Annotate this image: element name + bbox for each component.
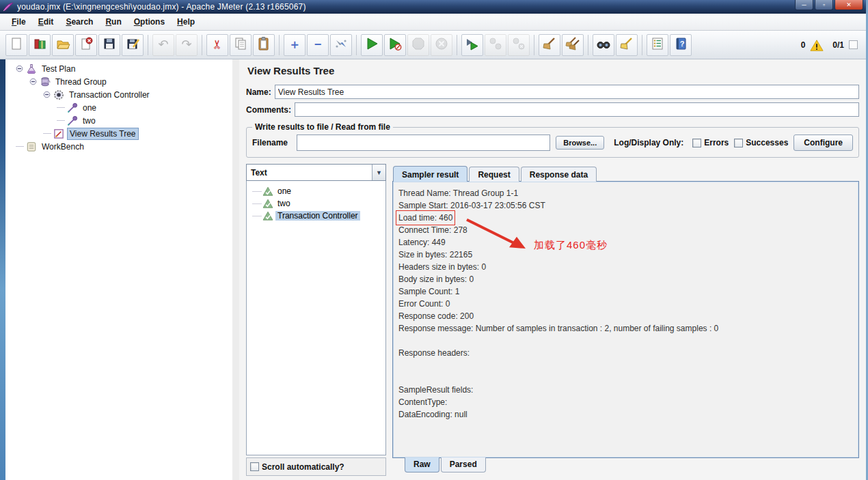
tree-node-sampler-one[interactable]: one	[5, 101, 232, 114]
expand-collapse-handle[interactable]	[27, 78, 39, 85]
remote-shutdown-all-button	[508, 34, 530, 56]
successes-checkbox[interactable]	[734, 139, 743, 147]
close-file-icon	[79, 36, 94, 54]
tree-node-workbench[interactable]: WorkBench	[5, 140, 232, 153]
tree-connector	[55, 120, 66, 121]
search-button[interactable]	[593, 34, 614, 56]
cut-button[interactable]: ✂	[206, 34, 228, 56]
undo-icon: ↶	[158, 38, 168, 51]
cut-icon: ✂	[212, 38, 222, 51]
copy-button[interactable]	[230, 34, 252, 56]
toolbar-separator	[356, 35, 357, 55]
start-button[interactable]	[361, 34, 383, 56]
errors-checkbox[interactable]	[692, 139, 701, 147]
bottom-tab-parsed[interactable]: Parsed	[441, 457, 486, 472]
collapse-all-icon: −	[314, 38, 322, 51]
sampler-result-line: SampleResult fields:	[398, 384, 858, 396]
tab-sampler-result[interactable]: Sampler result	[393, 166, 467, 182]
configure-button[interactable]: Configure	[794, 135, 853, 151]
jmeter-feather-icon	[3, 2, 14, 12]
jmeter-window: youdao.jmx (E:\xingnengceshi\youdao.jmx)…	[0, 0, 868, 480]
chevron-down-icon: ▼	[372, 165, 385, 180]
comments-input[interactable]	[295, 102, 859, 117]
errors-label: Errors	[704, 138, 729, 147]
close-button[interactable]: ✕	[835, 0, 863, 10]
menu-item-options[interactable]: Options	[128, 15, 171, 29]
tab-response-data[interactable]: Response data	[521, 167, 597, 182]
tree-node-test-plan[interactable]: Test Plan	[5, 62, 232, 75]
tree-node-label: Test Plan	[40, 63, 77, 74]
remote-stop-all-button	[485, 34, 506, 56]
templates-button[interactable]	[29, 34, 51, 56]
paste-button[interactable]	[253, 34, 275, 56]
bottom-tab-raw[interactable]: Raw	[405, 457, 439, 472]
save-as-button[interactable]	[122, 34, 144, 56]
page-title: View Results Tree	[247, 65, 859, 76]
panel-splitter[interactable]	[232, 59, 239, 480]
sampler-result-line: Connect Time: 278	[398, 224, 858, 236]
filename-input[interactable]	[297, 135, 550, 151]
redo-button: ↷	[176, 34, 198, 56]
expand-all-button[interactable]: ＋	[284, 34, 306, 56]
menu-item-file[interactable]: File	[5, 15, 32, 29]
window-left-border	[0, 59, 5, 480]
sampler-result-line	[398, 371, 858, 384]
clear-all-button[interactable]	[562, 34, 584, 56]
menu-item-edit[interactable]: Edit	[32, 15, 60, 29]
new-file-button[interactable]	[5, 34, 27, 56]
maximize-button[interactable]: ▫	[815, 0, 833, 10]
menu-bar: FileEditSearchRunOptionsHelp	[0, 14, 866, 31]
threads-ratio: 0/1	[832, 40, 844, 50]
browse-button[interactable]: Browse...	[556, 136, 604, 150]
log-display-only-label: Log/Display Only:	[614, 138, 683, 147]
start-no-timers-button[interactable]	[384, 34, 406, 56]
minimize-button[interactable]: ─	[795, 0, 813, 10]
tree-node-sampler-two[interactable]: two	[5, 114, 232, 127]
close-file-button[interactable]	[75, 34, 97, 56]
result-ok-icon	[262, 210, 273, 221]
render-selector-dropdown[interactable]: Text ▼	[246, 164, 386, 181]
view-results-tree-icon	[53, 128, 65, 140]
sampler-result-line: Error Count: 0	[398, 298, 858, 310]
sampler-result-line	[398, 335, 858, 347]
menu-item-search[interactable]: Search	[59, 15, 99, 29]
tree-connector	[252, 216, 262, 216]
title-bar: youdao.jmx (E:\xingnengceshi\youdao.jmx)…	[0, 0, 866, 14]
toggle-button[interactable]	[330, 34, 352, 56]
expand-collapse-handle[interactable]	[41, 91, 53, 98]
tree-connector	[252, 203, 262, 204]
remote-start-all-button[interactable]	[461, 34, 483, 56]
collapse-all-button[interactable]: −	[307, 34, 329, 56]
tree-node-transaction-controller[interactable]: Transaction Controller	[5, 88, 232, 101]
tab-request[interactable]: Request	[469, 167, 519, 182]
shutdown-icon	[434, 36, 449, 54]
tree-node-thread-group[interactable]: Thread Group	[5, 75, 232, 88]
tree-connector	[252, 191, 262, 192]
expand-collapse-handle[interactable]	[14, 65, 25, 72]
open-file-button[interactable]	[52, 34, 74, 56]
remote-start-all-icon	[465, 36, 480, 54]
search-reset-button[interactable]	[616, 34, 638, 56]
sampler-result-line: Size in bytes: 22165	[398, 249, 858, 261]
tree-node-label: Transaction Controller	[67, 89, 152, 100]
sampler-result-line: Response headers:	[398, 347, 858, 359]
search-reset-icon	[619, 36, 634, 54]
toolbar-separator	[642, 35, 642, 55]
scroll-automatically-checkbox[interactable]	[250, 462, 259, 471]
menu-item-help[interactable]: Help	[171, 15, 201, 29]
clear-button[interactable]	[539, 34, 560, 56]
warning-icon[interactable]	[810, 38, 824, 52]
result-item[interactable]: two	[247, 197, 385, 210]
save-button[interactable]	[98, 34, 120, 56]
menu-item-run[interactable]: Run	[99, 15, 127, 29]
clear-all-icon	[565, 36, 580, 54]
name-input[interactable]	[275, 85, 859, 99]
help-icon: ?	[673, 36, 688, 54]
help-button[interactable]: ?	[670, 34, 692, 56]
comments-label: Comments:	[246, 105, 291, 115]
function-helper-button[interactable]	[647, 34, 668, 56]
result-item[interactable]: Transaction Controller	[247, 210, 385, 222]
result-item[interactable]: one	[247, 185, 385, 197]
tree-node-view-results-tree[interactable]: View Results Tree	[5, 127, 232, 140]
toolbar-separator	[148, 35, 148, 55]
